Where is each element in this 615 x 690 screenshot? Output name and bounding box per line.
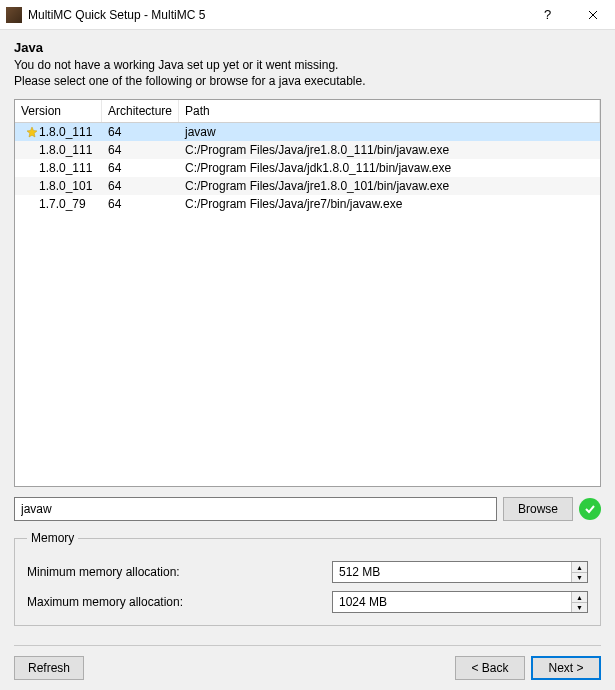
cell-path: C:/Program Files/Java/jre1.8.0_111/bin/j… — [179, 143, 600, 157]
max-memory-label: Maximum memory allocation: — [27, 595, 332, 609]
cell-arch: 64 — [102, 125, 179, 139]
cell-version: 1.8.0_101 — [37, 179, 92, 193]
refresh-button[interactable]: Refresh — [14, 656, 84, 680]
close-icon — [588, 10, 598, 20]
cell-version: 1.7.0_79 — [37, 197, 86, 211]
cell-arch: 64 — [102, 143, 179, 157]
min-memory-input[interactable] — [333, 562, 571, 582]
footer: Refresh < Back Next > — [14, 645, 601, 680]
table-row[interactable]: 1.8.0_10164C:/Program Files/Java/jre1.8.… — [15, 177, 600, 195]
max-memory-up[interactable]: ▲ — [572, 592, 587, 603]
titlebar: MultiMC Quick Setup - MultiMC 5 ? — [0, 0, 615, 30]
col-header-version[interactable]: Version — [15, 100, 102, 122]
cell-arch: 64 — [102, 197, 179, 211]
java-path-input[interactable] — [14, 497, 497, 521]
cell-arch: 64 — [102, 179, 179, 193]
cell-version: 1.8.0_111 — [37, 125, 92, 139]
table-row[interactable]: 1.8.0_11164C:/Program Files/Java/jre1.8.… — [15, 141, 600, 159]
cell-path: C:/Program Files/Java/jdk1.8.0_111/bin/j… — [179, 161, 600, 175]
memory-legend: Memory — [27, 531, 78, 545]
max-memory-input[interactable] — [333, 592, 571, 612]
status-ok-icon — [579, 498, 601, 520]
max-memory-down[interactable]: ▼ — [572, 603, 587, 613]
cell-path: C:/Program Files/Java/jre7/bin/javaw.exe — [179, 197, 600, 211]
next-button[interactable]: Next > — [531, 656, 601, 680]
java-table: Version Architecture Path 1.8.0_11164jav… — [14, 99, 601, 487]
cell-version: 1.8.0_111 — [37, 143, 92, 157]
memory-group: Memory Minimum memory allocation: ▲ ▼ Ma… — [14, 531, 601, 626]
table-row[interactable]: 1.8.0_11164javaw — [15, 123, 600, 141]
min-memory-up[interactable]: ▲ — [572, 562, 587, 573]
help-button[interactable]: ? — [525, 0, 570, 30]
col-header-arch[interactable]: Architecture — [102, 100, 179, 122]
cell-arch: 64 — [102, 161, 179, 175]
section-heading: Java — [14, 40, 601, 55]
table-row[interactable]: 1.8.0_11164C:/Program Files/Java/jdk1.8.… — [15, 159, 600, 177]
table-row[interactable]: 1.7.0_7964C:/Program Files/Java/jre7/bin… — [15, 195, 600, 213]
close-button[interactable] — [570, 0, 615, 30]
cell-version: 1.8.0_111 — [37, 161, 92, 175]
min-memory-down[interactable]: ▼ — [572, 573, 587, 583]
min-memory-label: Minimum memory allocation: — [27, 565, 332, 579]
table-header: Version Architecture Path — [15, 100, 600, 123]
window-title: MultiMC Quick Setup - MultiMC 5 — [28, 8, 525, 22]
min-memory-spinner[interactable]: ▲ ▼ — [332, 561, 588, 583]
section-subtext: You do not have a working Java set up ye… — [14, 57, 601, 89]
cell-path: javaw — [179, 125, 600, 139]
col-header-path[interactable]: Path — [179, 100, 600, 122]
app-icon — [6, 7, 22, 23]
back-button[interactable]: < Back — [455, 656, 525, 680]
browse-button[interactable]: Browse — [503, 497, 573, 521]
max-memory-spinner[interactable]: ▲ ▼ — [332, 591, 588, 613]
cell-path: C:/Program Files/Java/jre1.8.0_101/bin/j… — [179, 179, 600, 193]
